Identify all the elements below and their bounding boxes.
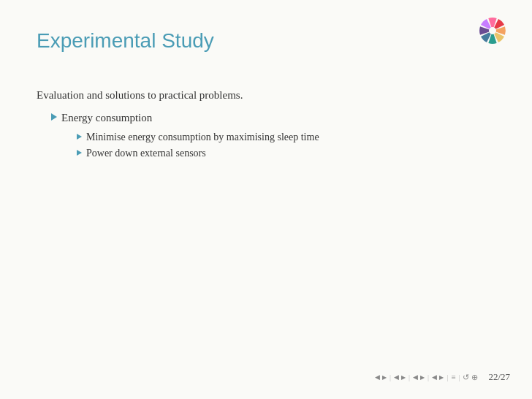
- bullet-text-powerdown: Power down external sensors: [86, 148, 206, 159]
- nav-refresh[interactable]: ↺: [463, 373, 469, 382]
- nav-search[interactable]: ⊕: [471, 373, 478, 382]
- slide: Experimental Study Evaluation and soluti…: [0, 0, 532, 399]
- nav-menu[interactable]: ≡: [451, 373, 455, 381]
- nav-next-slide[interactable]: ▶: [420, 374, 425, 381]
- bullet-text-energy: Energy consumption: [61, 112, 152, 124]
- nav-sep4: |: [446, 373, 448, 381]
- nav-prev-all[interactable]: ◀: [432, 373, 437, 381]
- nav-next-section[interactable]: ▶: [401, 374, 406, 381]
- slide-title: Experimental Study: [37, 29, 495, 53]
- nav-bar: ◀ ▶ | ◀ ▶ | ◀ ▶ | ◀ ▶ | ≡ | ↺ ⊕ 22/27: [375, 371, 510, 383]
- page-number: 22/27: [488, 371, 510, 383]
- logo-icon: [475, 13, 510, 48]
- bullet-arrow-1: [51, 113, 57, 121]
- nav-prev-slide[interactable]: ◀: [413, 373, 418, 381]
- nav-sep5: |: [458, 373, 460, 381]
- nav-sep1: |: [390, 373, 391, 381]
- bullet-text-minimise: Minimise energy consumption by maximisin…: [86, 132, 319, 143]
- svg-point-0: [489, 27, 496, 34]
- nav-next-frame[interactable]: ▶: [382, 374, 387, 381]
- bullet-arrow-2: [77, 134, 82, 140]
- nav-icons: ◀ ▶ | ◀ ▶ | ◀ ▶ | ◀ ▶ | ≡ | ↺ ⊕: [375, 373, 478, 382]
- intro-text: Evaluation and solutions to practical pr…: [37, 89, 495, 102]
- nav-sep2: |: [408, 373, 410, 381]
- nav-next-all[interactable]: ▶: [439, 374, 444, 381]
- bullet-level1-energy: Energy consumption: [51, 112, 495, 124]
- nav-prev-frame[interactable]: ◀: [375, 373, 380, 381]
- bullet-arrow-3: [77, 150, 82, 156]
- nav-prev-section[interactable]: ◀: [394, 373, 399, 381]
- bullet-level2-powerdown: Power down external sensors: [77, 148, 495, 159]
- slide-content: Evaluation and solutions to practical pr…: [37, 89, 495, 159]
- nav-sep3: |: [428, 373, 429, 381]
- bullet-level2-minimise: Minimise energy consumption by maximisin…: [77, 132, 495, 143]
